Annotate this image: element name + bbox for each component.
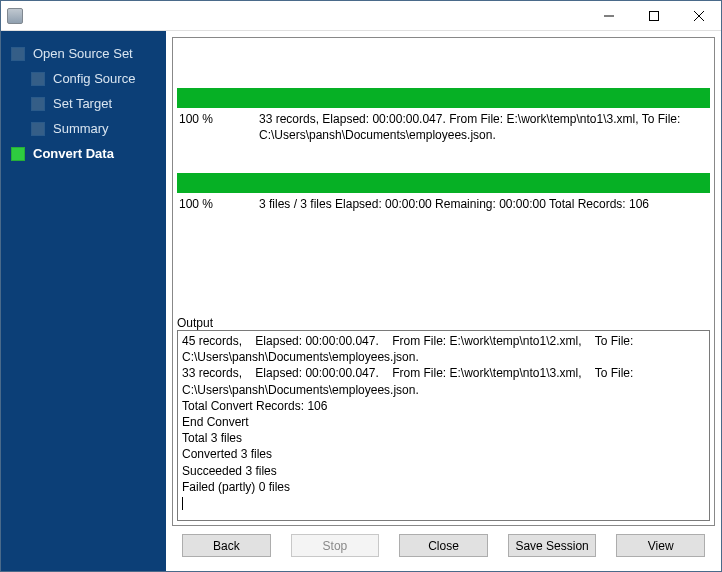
close-button[interactable]: Close [399,534,488,557]
text-caret [182,497,183,510]
sidebar-item-label: Config Source [53,71,135,86]
svg-rect-1 [649,11,658,20]
output-text: 45 records, Elapsed: 00:00:00.047. From … [182,334,637,494]
minimize-button[interactable] [586,1,631,30]
step-indicator-icon [11,147,25,161]
close-icon [694,11,704,21]
total-progress-text: 100 % 3 files / 3 files Elapsed: 00:00:0… [177,197,710,213]
file-progress-detail: 33 records, Elapsed: 00:00:00.047. From … [259,112,708,143]
output-label: Output [177,312,710,330]
app-window: Open Source Set Config Source Set Target… [0,0,722,572]
close-window-button[interactable] [676,1,721,30]
content-area: 100 % 33 records, Elapsed: 00:00:00.047.… [172,37,715,526]
titlebar-left [1,8,29,24]
sidebar-item-label: Set Target [53,96,112,111]
save-session-button[interactable]: Save Session [508,534,597,557]
file-progress-block: 100 % 33 records, Elapsed: 00:00:00.047.… [177,88,710,143]
main-panel: 100 % 33 records, Elapsed: 00:00:00.047.… [166,31,721,571]
total-progress-percent: 100 % [179,197,259,213]
titlebar [1,1,721,31]
maximize-button[interactable] [631,1,676,30]
sidebar-item-label: Summary [53,121,109,136]
total-progress-detail: 3 files / 3 files Elapsed: 00:00:00 Rema… [259,197,708,213]
button-row: Back Stop Close Save Session View [172,526,715,565]
stop-button: Stop [291,534,380,557]
progress-area: 100 % 33 records, Elapsed: 00:00:00.047.… [177,42,710,312]
file-progress-bar [177,88,710,108]
sidebar-item-convert-data[interactable]: Convert Data [1,141,166,166]
window-controls [586,1,721,30]
sidebar-item-label: Open Source Set [33,46,133,61]
back-button[interactable]: Back [182,534,271,557]
step-indicator-icon [31,97,45,111]
body: Open Source Set Config Source Set Target… [1,31,721,571]
file-progress-text: 100 % 33 records, Elapsed: 00:00:00.047.… [177,112,710,143]
minimize-icon [604,11,614,21]
sidebar-item-set-target[interactable]: Set Target [1,91,166,116]
step-indicator-icon [11,47,25,61]
sidebar-item-config-source[interactable]: Config Source [1,66,166,91]
step-indicator-icon [31,72,45,86]
sidebar-item-summary[interactable]: Summary [1,116,166,141]
sidebar-item-open-source-set[interactable]: Open Source Set [1,41,166,66]
output-textarea[interactable]: 45 records, Elapsed: 00:00:00.047. From … [177,330,710,521]
step-indicator-icon [31,122,45,136]
view-button[interactable]: View [616,534,705,557]
sidebar: Open Source Set Config Source Set Target… [1,31,166,571]
file-progress-percent: 100 % [179,112,259,143]
total-progress-bar [177,173,710,193]
sidebar-item-label: Convert Data [33,146,114,161]
maximize-icon [649,11,659,21]
total-progress-block: 100 % 3 files / 3 files Elapsed: 00:00:0… [177,173,710,213]
app-icon [7,8,23,24]
